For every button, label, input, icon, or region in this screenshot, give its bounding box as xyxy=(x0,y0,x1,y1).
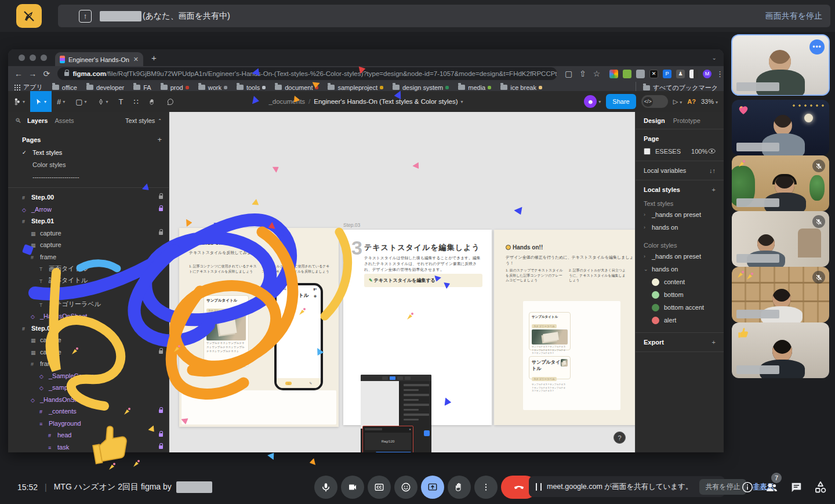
bookmark-star-icon[interactable]: ☆ xyxy=(590,69,604,78)
layer-row[interactable]: Playground xyxy=(8,418,169,430)
frame-tool[interactable]: #▾ xyxy=(52,91,70,112)
extension-icon[interactable]: ♟ xyxy=(676,70,685,78)
bookmark-item[interactable]: FA xyxy=(133,84,151,91)
layer-row[interactable]: capture xyxy=(8,334,169,346)
bookmark-item[interactable]: document xyxy=(275,84,318,91)
layer-row[interactable]: _Arrow xyxy=(8,204,169,216)
extension-icon[interactable] xyxy=(609,70,618,78)
color-style-group[interactable]: › _hands on preset xyxy=(644,250,716,263)
lock-icon[interactable] xyxy=(159,231,163,235)
add-page-button[interactable]: + xyxy=(157,135,162,144)
zoom-level[interactable]: 33% ▾ xyxy=(701,98,718,105)
resources-tool[interactable]: ∷ xyxy=(129,91,144,112)
participant-tile-4[interactable] xyxy=(732,211,829,267)
layer-row[interactable]: Step.00 xyxy=(8,191,169,204)
canvas-frame-hands-on[interactable]: Hands on!! デザイン全体の修正を行うために、テキストスタイルを編集しま… xyxy=(494,230,635,425)
participant-tile-1[interactable]: ••• xyxy=(732,35,829,95)
frame1-sample-card[interactable]: サンプルタイトル カテゴリーラベル サンプルテキストサンプルテキストサンプルテキ… xyxy=(204,295,249,367)
page-row[interactable]: Color styles xyxy=(8,158,169,171)
frame3-card1[interactable]: サンプルタイトル カテゴリーラベル サンプルテキストサンプルテキストサンプルテキ… xyxy=(529,312,571,350)
layer-row[interactable]: head xyxy=(8,429,169,441)
layer-row[interactable]: capture xyxy=(8,346,169,358)
comment-tool[interactable] xyxy=(161,91,179,112)
breadcrumb[interactable]: _documents / Engineer's Hands-On (Text s… xyxy=(268,98,463,105)
add-export-button[interactable]: + xyxy=(712,339,716,346)
profile-avatar[interactable]: M xyxy=(703,70,711,78)
tab-prototype[interactable]: Prototype xyxy=(673,117,700,124)
help-button[interactable]: ? xyxy=(613,432,626,444)
lock-icon[interactable] xyxy=(159,350,163,354)
bookmark-item[interactable]: prod xyxy=(161,84,189,91)
layer-row[interactable]: 本文テキスト xyxy=(8,287,169,299)
tab-close-icon[interactable]: ✕ xyxy=(133,56,139,63)
layer-row[interactable]: capture xyxy=(8,227,169,240)
text-style-group[interactable]: › hands on xyxy=(644,221,716,234)
layer-row[interactable]: capture xyxy=(8,239,169,251)
canvas-frame-step02[interactable]: Hands on!! テキストスタイルを反映してみましょう！ 1. 記事コンテン… xyxy=(179,228,339,427)
bookmark-item[interactable]: ice break xyxy=(500,84,542,91)
stop-screen-share-link[interactable]: 画面共有を停止 xyxy=(765,11,822,21)
layer-row[interactable]: _SampleComponent xyxy=(8,370,169,382)
reload-button[interactable]: ⟳ xyxy=(39,69,53,78)
chevron-down-icon[interactable]: ⌄ xyxy=(644,266,652,272)
add-style-button[interactable]: + xyxy=(712,186,716,193)
frame1-phone-mockup[interactable]: 9:41▮▾ タイトル✱ ⌂ ✎ xyxy=(274,283,323,390)
extension-icon[interactable] xyxy=(636,70,645,78)
participant-tile-2[interactable] xyxy=(732,100,829,155)
window-minimize-button[interactable] xyxy=(30,55,36,61)
stop-sharing-button[interactable]: 共有を停止 xyxy=(699,479,746,495)
browser-tab[interactable]: Engineer's Hands-On (Text st ✕ xyxy=(55,52,143,67)
layer-row[interactable]: カテゴリーラベル xyxy=(8,299,169,311)
more-options-button[interactable] xyxy=(474,476,498,499)
chevron-down-icon[interactable]: ▾ xyxy=(461,99,463,104)
forward-button[interactable]: → xyxy=(26,69,39,78)
variables-filter-icon[interactable]: ↓↑ xyxy=(709,167,716,174)
text-tool[interactable]: T xyxy=(114,91,129,112)
hand-tool[interactable] xyxy=(144,91,161,112)
back-button[interactable]: ← xyxy=(12,69,26,78)
local-variables-header[interactable]: Local variables xyxy=(644,167,686,174)
search-icon[interactable]: 🔍︎ xyxy=(15,117,21,124)
text-style-group[interactable]: › _hands on preset xyxy=(644,208,716,221)
layer-row[interactable]: _sample xyxy=(8,382,169,394)
reactions-button[interactable] xyxy=(394,476,418,499)
window-close-button[interactable] xyxy=(19,55,25,61)
canvas-frame-step03[interactable]: 3 テキストスタイルを編集しよう テキストスタイルは登録した後も編集することがで… xyxy=(343,230,492,425)
bookmark-item[interactable]: developer xyxy=(86,84,124,91)
browser-menu-icon[interactable]: ⋮ xyxy=(716,70,724,78)
mic-button[interactable] xyxy=(314,476,337,499)
user-avatar[interactable]: ☻ xyxy=(584,95,597,108)
layer-row[interactable]: _contents xyxy=(8,405,169,418)
lock-icon[interactable] xyxy=(159,195,163,199)
captions-button[interactable] xyxy=(368,476,391,499)
layer-row[interactable]: Step.02 xyxy=(8,322,169,335)
color-swatch[interactable] xyxy=(644,148,651,155)
meeting-details-button[interactable] xyxy=(740,480,755,495)
page-color-row[interactable]: ESESES 100% xyxy=(644,148,716,155)
visibility-eye-icon[interactable] xyxy=(708,148,716,155)
share-page-icon[interactable]: ⇧ xyxy=(576,69,590,78)
annotation-off-button[interactable] xyxy=(16,4,42,28)
page-selector[interactable]: Text styles⌃ xyxy=(125,117,162,124)
extension-icon[interactable]: ✕ xyxy=(649,70,658,78)
participant-tile-6[interactable] xyxy=(732,322,829,378)
extension-icon[interactable] xyxy=(623,70,631,78)
pen-tool[interactable]: ▾ xyxy=(92,91,114,112)
lock-icon[interactable] xyxy=(159,433,163,437)
frame3-card2[interactable]: サンプルタイトル カテゴリーラベル サンプルテキストサンプルテキストサンプルテキ… xyxy=(529,356,571,379)
layer-row[interactable]: task xyxy=(8,441,169,453)
chevron-right-icon[interactable]: › xyxy=(644,212,652,217)
extension-icon[interactable]: P xyxy=(663,70,671,78)
raise-hand-button[interactable] xyxy=(448,476,471,499)
bookmark-item[interactable]: work xyxy=(198,84,227,91)
color-style-row[interactable]: alert xyxy=(644,314,716,327)
bookmark-item[interactable]: sampleproject xyxy=(328,84,383,91)
bookmark-item[interactable]: office xyxy=(52,84,77,91)
figma-share-button[interactable]: Share xyxy=(606,94,636,109)
layer-row[interactable]: Step.01 xyxy=(8,215,169,227)
layer-row[interactable]: frame xyxy=(8,251,169,263)
page-opacity[interactable]: 100% xyxy=(691,148,707,155)
bookmark-item[interactable]: アプリ xyxy=(14,83,43,92)
bookmark-item[interactable]: tools xyxy=(237,84,266,91)
participant-tile-3[interactable] xyxy=(732,155,829,211)
